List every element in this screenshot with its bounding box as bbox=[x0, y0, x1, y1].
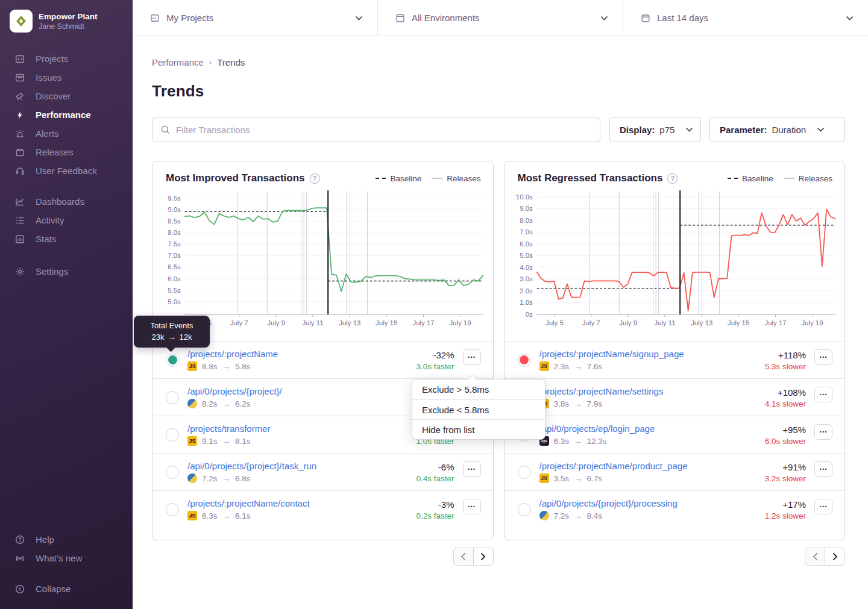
transaction-link[interactable]: /projects/:projectName/signup_page bbox=[539, 349, 684, 359]
svg-text:9.0s: 9.0s bbox=[520, 205, 533, 212]
sidebar-item-whats-new[interactable]: What’s new bbox=[0, 549, 133, 567]
app-root: Empower Plant Jane Schmidt Projects Issu… bbox=[0, 0, 868, 609]
delta-label: 1.2s slower bbox=[765, 511, 806, 520]
transaction-link[interactable]: /api/0/projects/{project}/task_run bbox=[187, 461, 316, 471]
most-regressed-panel: Most Regressed Transactions ? Baseline R… bbox=[504, 161, 846, 540]
alerts-icon bbox=[15, 129, 25, 139]
sidebar-item-help[interactable]: Help bbox=[0, 530, 133, 549]
next-page-button[interactable] bbox=[473, 548, 494, 566]
row-actions-button[interactable]: ⋯ bbox=[463, 499, 481, 514]
duration-before: 6.3s bbox=[202, 511, 218, 520]
breadcrumb-performance[interactable]: Performance bbox=[152, 57, 204, 67]
environment-selector[interactable]: All Environments bbox=[377, 0, 623, 36]
sidebar-item-alerts[interactable]: Alerts bbox=[0, 124, 133, 143]
user-feedback-icon bbox=[15, 166, 25, 176]
duration-before: 8.8s bbox=[202, 362, 218, 371]
releases-dash-icon bbox=[432, 178, 442, 179]
project-selector[interactable]: My Projects bbox=[133, 0, 377, 36]
help-circle-icon[interactable]: ? bbox=[667, 173, 678, 184]
transaction-radio[interactable] bbox=[518, 466, 531, 479]
arrow-right-icon: → bbox=[574, 511, 582, 520]
help-circle-icon[interactable]: ? bbox=[310, 173, 320, 184]
transaction-link[interactable]: /projects/transformer bbox=[187, 423, 271, 434]
transaction-link[interactable]: /projects/:projectName/settings bbox=[539, 386, 664, 396]
sidebar-item-user-feedback[interactable]: User Feedback bbox=[0, 161, 133, 180]
previous-page-button[interactable] bbox=[453, 548, 474, 566]
discover-icon bbox=[15, 92, 25, 101]
svg-text:July 13: July 13 bbox=[339, 319, 360, 326]
menu-item-exclude-gt[interactable]: Exclude > 5.8ms bbox=[412, 379, 545, 399]
transaction-radio[interactable] bbox=[166, 354, 179, 367]
sidebar-item-releases[interactable]: Releases bbox=[0, 143, 133, 161]
svg-text:July 19: July 19 bbox=[449, 319, 471, 326]
display-dropdown[interactable]: Display: p75 bbox=[609, 117, 701, 142]
transaction-link[interactable]: /projects/:projectName bbox=[187, 349, 278, 359]
org-switcher[interactable]: Empower Plant Jane Schmidt bbox=[0, 8, 133, 33]
chart-legend: Baseline Releases bbox=[376, 174, 480, 183]
svg-text:July 19: July 19 bbox=[801, 319, 823, 326]
chart-legend: Baseline Releases bbox=[728, 174, 832, 183]
transaction-link[interactable]: /api/0/projects/ep/login_page bbox=[539, 423, 655, 434]
chevron-left-icon bbox=[813, 552, 818, 561]
collapse-icon bbox=[15, 584, 25, 594]
sidebar-item-dashboards[interactable]: Dashboards bbox=[0, 192, 133, 211]
sidebar-item-label: Alerts bbox=[36, 128, 58, 139]
svg-text:5.0s: 5.0s bbox=[168, 298, 181, 305]
breadcrumb-separator-icon: › bbox=[209, 58, 212, 67]
parameter-dropdown[interactable]: Parameter: Duration bbox=[709, 117, 845, 142]
transaction-radio[interactable] bbox=[166, 466, 179, 479]
svg-text:0s: 0s bbox=[525, 311, 532, 318]
duration-after: 7.9s bbox=[587, 399, 603, 408]
filter-transactions-input[interactable] bbox=[176, 125, 591, 135]
regressed-trend-chart[interactable]: 10.0s9.0s8.0s7.0s6.0s5.0s4.0s3.0s2.0s1.0… bbox=[509, 189, 839, 331]
sidebar-item-projects[interactable]: Projects bbox=[0, 49, 133, 68]
transaction-radio[interactable] bbox=[166, 428, 179, 442]
row-actions-button[interactable]: ⋯ bbox=[814, 387, 832, 402]
row-actions-button[interactable]: ⋯ bbox=[814, 424, 832, 440]
sidebar-item-issues[interactable]: Issues bbox=[0, 68, 133, 87]
issues-icon bbox=[15, 73, 25, 83]
baseline-dash-icon bbox=[376, 178, 386, 179]
svg-text:6.0s: 6.0s bbox=[168, 275, 181, 283]
sidebar-item-stats[interactable]: Stats bbox=[0, 230, 133, 248]
parameter-dropdown-label: Parameter: bbox=[720, 125, 767, 135]
transaction-row: /api/0/projects/{project}/task_run 7.2s … bbox=[153, 453, 493, 490]
most-improved-panel: Most Improved Transactions ? Baseline Re… bbox=[152, 161, 494, 540]
date-range-selector[interactable]: Last 14 days bbox=[623, 0, 868, 36]
transaction-link[interactable]: /projects/:projectName/contact bbox=[187, 498, 310, 508]
row-actions-button[interactable]: ⋯ bbox=[814, 461, 832, 477]
sidebar-collapse-button[interactable]: Collapse bbox=[0, 579, 133, 598]
improved-trend-chart[interactable]: 9.5s9.0s8.5s8.0s7.5s7.0s6.5s6.0s5.5s5.0s… bbox=[157, 189, 487, 331]
project-selector-label: My Projects bbox=[166, 13, 348, 23]
row-actions-button[interactable]: ⋯ bbox=[463, 461, 481, 477]
transaction-radio[interactable] bbox=[518, 503, 531, 516]
sidebar-item-settings[interactable]: Settings bbox=[0, 262, 133, 281]
next-page-button[interactable] bbox=[825, 548, 845, 566]
duration-after: 8.4s bbox=[587, 511, 603, 520]
chevron-right-icon bbox=[480, 552, 486, 561]
sidebar-item-performance[interactable]: Performance bbox=[0, 105, 133, 124]
transaction-radio[interactable] bbox=[166, 503, 179, 516]
transaction-link[interactable]: /api/0/projects/{project}/ bbox=[187, 386, 282, 396]
row-actions-button[interactable]: ⋯ bbox=[463, 349, 481, 365]
transaction-link[interactable]: /api/0/projects/{project}/processing bbox=[539, 498, 678, 508]
row-actions-button[interactable]: ⋯ bbox=[814, 499, 832, 514]
baseline-dash-icon bbox=[728, 178, 738, 179]
sidebar-item-activity[interactable]: Activity bbox=[0, 211, 133, 230]
row-actions-button[interactable]: ⋯ bbox=[814, 349, 832, 365]
main-area: My Projects All Environments Last 14 day… bbox=[133, 0, 868, 609]
menu-item-hide-from-list[interactable]: Hide from list bbox=[412, 419, 545, 439]
sidebar-item-discover[interactable]: Discover bbox=[0, 87, 133, 105]
transaction-radio[interactable] bbox=[518, 354, 531, 367]
transaction-row: /projects/:projectName/signup_page JS 2.… bbox=[505, 341, 845, 378]
python-icon bbox=[187, 399, 197, 408]
previous-page-button[interactable] bbox=[805, 548, 825, 566]
menu-item-exclude-lt[interactable]: Exclude < 5.8ms bbox=[412, 399, 545, 419]
transaction-link[interactable]: /projects/:projectName/product_page bbox=[539, 461, 688, 471]
tooltip-events-before: 23k bbox=[152, 333, 165, 342]
transaction-radio[interactable] bbox=[166, 391, 179, 404]
javascript-icon: JS bbox=[187, 511, 197, 520]
svg-text:7.0s: 7.0s bbox=[168, 252, 181, 259]
duration-after: 8.1s bbox=[235, 437, 251, 446]
breadcrumb-trends: Trends bbox=[217, 57, 245, 67]
